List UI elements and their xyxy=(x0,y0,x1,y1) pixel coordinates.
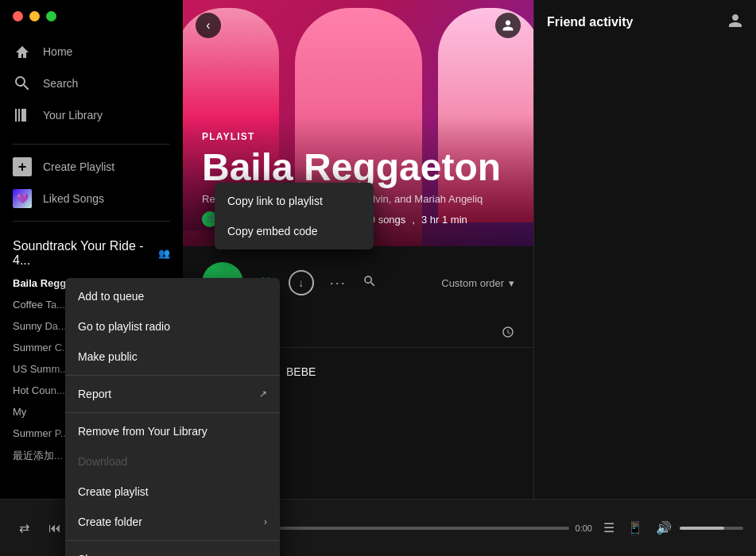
menu-create-playlist[interactable]: Create playlist xyxy=(65,477,280,507)
report-label: Report xyxy=(78,388,111,400)
separator-1 xyxy=(65,375,280,376)
menu-add-to-queue[interactable]: Add to queue xyxy=(65,281,280,311)
menu-go-to-radio[interactable]: Go to playlist radio xyxy=(65,311,280,342)
external-link-icon: ↗ xyxy=(259,388,267,400)
copy-link-item[interactable]: Copy link to playlist xyxy=(215,186,374,216)
add-to-queue-label: Add to queue xyxy=(78,290,144,303)
context-menu-overlay[interactable]: Add to queue Go to playlist radio Make p… xyxy=(0,0,756,556)
menu-create-folder[interactable]: Create folder › xyxy=(65,507,280,537)
menu-download: Download xyxy=(65,446,280,477)
submenu-arrow-icon: › xyxy=(264,516,267,527)
copy-link-label: Copy link to playlist xyxy=(227,195,323,207)
create-playlist-label: Create playlist xyxy=(78,485,149,498)
separator-3 xyxy=(65,540,280,541)
go-to-radio-label: Go to playlist radio xyxy=(78,320,170,333)
separator-2 xyxy=(65,412,280,413)
remove-library-label: Remove from Your Library xyxy=(78,425,207,438)
share-submenu: Copy link to playlist Copy embed code xyxy=(215,183,374,249)
create-folder-label: Create folder xyxy=(78,515,142,528)
context-menu: Add to queue Go to playlist radio Make p… xyxy=(65,278,280,556)
copy-embed-item[interactable]: Copy embed code xyxy=(215,216,374,246)
make-public-label: Make public xyxy=(78,350,138,363)
download-label: Download xyxy=(78,455,127,468)
menu-make-public[interactable]: Make public xyxy=(65,342,280,372)
menu-report[interactable]: Report ↗ xyxy=(65,379,280,409)
copy-embed-label: Copy embed code xyxy=(227,225,318,237)
menu-remove-library[interactable]: Remove from Your Library xyxy=(65,416,280,446)
share-label: Share xyxy=(78,553,107,556)
menu-share[interactable]: Share › xyxy=(65,544,280,556)
